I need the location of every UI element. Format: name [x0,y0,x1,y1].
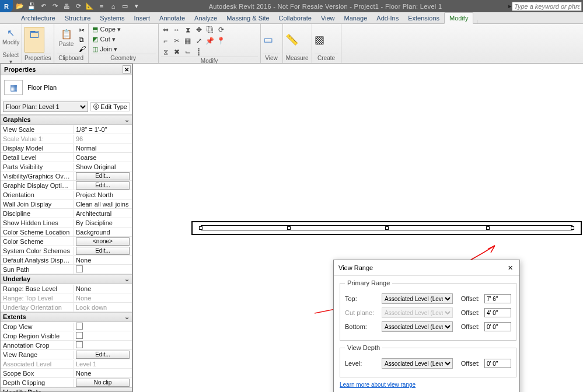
prop-value[interactable]: Architectural [74,209,132,218]
switch-windows-icon[interactable]: ▭ [120,2,130,11]
prop-row[interactable]: Range: Top LevelNone [1,293,132,303]
tab-structure[interactable]: Structure [60,13,96,23]
checkbox-icon[interactable] [76,265,83,272]
trim-extend-icon[interactable]: ⌐ [161,36,170,46]
app-menu[interactable]: R [0,0,13,12]
prop-value[interactable]: Project North [74,191,132,199]
checkbox-icon[interactable] [76,341,83,348]
bottom-offset-input[interactable] [484,322,511,331]
prop-row[interactable]: Associated LevelLevel 1 [1,359,132,369]
dialog-close-icon[interactable]: ✕ [505,263,515,272]
cut-geom-button[interactable]: ◩Cut ▾ [91,35,116,43]
prop-value[interactable] [74,331,132,341]
prop-edit-button[interactable]: Edit... [76,181,130,190]
measure-icon[interactable]: 📐 [85,2,95,11]
properties-header[interactable]: Properties ✕ [1,64,132,75]
mirror-pick-icon[interactable]: ⧖ [161,47,170,57]
prop-value[interactable]: Look down [74,303,132,312]
tab-collaborate[interactable]: Collaborate [274,13,316,23]
instance-selector[interactable]: Floor Plan: Level 1 [3,102,88,112]
trim-single-icon[interactable]: ⌙ [183,47,193,57]
tab-addins[interactable]: Add-Ins [372,13,403,23]
prop-edit-button[interactable]: Edit... [76,351,130,359]
search-input[interactable] [512,2,582,11]
prop-row[interactable]: Detail LevelCoarse [1,153,132,162]
checkbox-icon[interactable] [76,323,83,330]
split-icon[interactable]: ✂ [172,36,181,46]
tab-analyze[interactable]: Analyze [190,13,222,23]
prop-row[interactable]: OrientationProject North [1,190,132,200]
prop-value[interactable]: 96 [74,135,132,143]
tab-view[interactable]: View [316,13,340,23]
prop-value[interactable]: Clean all wall joins [74,200,132,208]
prop-value[interactable]: Coarse [74,153,132,162]
top-offset-input[interactable] [484,294,511,303]
tab-massing-site[interactable]: Massing & Site [222,13,274,23]
prop-row[interactable]: Display ModelNormal [1,144,132,153]
prop-value[interactable] [74,265,132,274]
prop-row[interactable]: System Color SchemesEdit... [1,246,132,256]
offset-icon[interactable]: ↔ [172,25,181,34]
scale-icon[interactable]: ⤢ [194,36,204,46]
prop-row[interactable]: DisciplineArchitectural [1,209,132,218]
copy-icon[interactable]: ⧉ [79,36,86,44]
qat-more-icon[interactable]: ▾ [132,2,141,11]
edit-type-button[interactable]: 🛈 Edit Type [90,102,130,111]
prop-row[interactable]: Annotation Crop [1,341,132,350]
prop-row[interactable]: Color Scheme LocationBackground [1,228,132,237]
prop-value[interactable] [74,322,132,331]
array-icon[interactable]: ▦ [183,36,193,46]
prop-value[interactable]: Level 1 [74,360,132,368]
prop-value[interactable]: None [74,294,132,302]
top-select[interactable]: Associated Level (Level 1) [382,293,453,304]
prop-value[interactable]: By Discipline [74,219,132,227]
prop-edit-button[interactable]: No clip [76,379,130,387]
cut-icon[interactable]: ✂ [79,26,86,34]
prop-row[interactable]: Depth ClippingNo clip [1,378,132,387]
copy-tool-icon[interactable]: ⿻ [205,25,215,34]
prop-value[interactable]: Normal [74,144,132,152]
prop-row[interactable]: Underlay OrientationLook down [1,303,132,312]
undo-icon[interactable]: ↶ [39,2,48,11]
close-hidden-icon[interactable]: ⌂ [109,2,118,11]
prop-value[interactable]: None [74,369,132,377]
align-icon[interactable]: ⇔ [161,25,170,34]
save-icon[interactable]: 💾 [27,2,36,11]
create-group-icon[interactable]: ▧ [315,33,324,46]
measure-tool-icon[interactable]: 📏 [285,33,298,46]
prop-value[interactable]: None [74,285,132,293]
level-offset-input[interactable] [484,359,511,368]
prop-row[interactable]: View Scale1/8" = 1'-0" [1,125,132,134]
level-select[interactable]: Associated Level (Level 1) [382,358,453,369]
close-icon[interactable]: ✕ [123,65,131,74]
prop-row[interactable]: Scale Value 1:96 [1,134,132,144]
prop-row[interactable]: Crop Region Visible [1,331,132,341]
group-header[interactable]: Identity Data⌄ [1,387,132,391]
prop-row[interactable]: Color Scheme<none> [1,237,132,246]
move-icon[interactable]: ✥ [194,25,204,34]
prop-row[interactable]: Graphic Display OptionsEdit... [1,181,132,190]
tab-insert[interactable]: Insert [130,13,155,23]
view-tools-icon[interactable]: ▭ [263,33,273,46]
redo-icon[interactable]: ↷ [50,2,60,11]
tab-systems[interactable]: Systems [95,13,129,23]
group-header[interactable]: Extents⌄ [1,312,132,322]
cope-button[interactable]: ⬒Cope ▾ [91,25,121,33]
join-button[interactable]: ◫Join ▾ [91,45,117,53]
matchtype-icon[interactable]: 🖌 [79,45,86,53]
prop-row[interactable]: Scope BoxNone [1,369,132,378]
prop-edit-button[interactable]: Edit... [76,172,130,180]
prop-edit-button[interactable]: <none> [76,237,130,246]
checkbox-icon[interactable] [76,332,83,339]
prop-row[interactable]: Range: Base LevelNone [1,284,132,293]
prop-row[interactable]: Visibility/Graphics Overr...Edit... [1,172,132,181]
unpin-icon[interactable]: 📍 [217,36,226,46]
print-icon[interactable]: 🖶 [62,2,71,11]
sync-icon[interactable]: ⟳ [74,2,83,11]
prop-value[interactable] [74,341,132,350]
prop-row[interactable]: Sun Path [1,265,132,274]
prop-row[interactable]: View RangeEdit... [1,350,132,359]
properties-button[interactable]: 🗔 [25,27,44,52]
rotate-icon[interactable]: ⟳ [217,25,226,34]
prop-row[interactable]: Parts VisibilityShow Original [1,162,132,172]
